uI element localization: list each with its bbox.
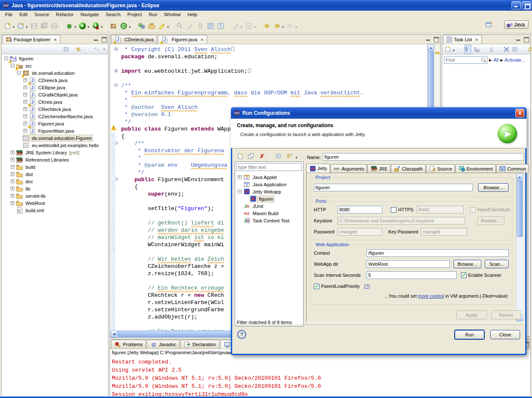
duplicate-configuration-icon[interactable] <box>246 151 256 161</box>
config-filter-input[interactable] <box>236 163 302 171</box>
expander-icon[interactable]: + <box>238 175 242 179</box>
package-explorer-tree-item[interactable]: +JCGrafikObjekt.java <box>3 91 107 98</box>
package-explorer-tree-item[interactable]: +servlet-lib <box>3 192 107 199</box>
scan-interval-input[interactable] <box>367 271 457 279</box>
expander-icon[interactable]: + <box>23 100 27 104</box>
config-tree-item[interactable]: JuJUnit <box>236 202 302 210</box>
mark-dropdown[interactable]: ▾ <box>167 25 169 29</box>
close-icon[interactable]: ✕ <box>54 37 57 42</box>
key-password-input[interactable] <box>421 228 467 236</box>
hide-completed-icon[interactable] <box>504 45 509 54</box>
expander-icon[interactable]: + <box>23 93 27 97</box>
open-type-icon[interactable] <box>137 21 146 31</box>
close-button[interactable]: Close <box>490 330 520 339</box>
run-button[interactable]: Run <box>455 330 484 339</box>
print-icon[interactable] <box>50 21 59 31</box>
jar-icon[interactable] <box>196 21 205 31</box>
package-explorer-tree-item[interactable]: −Jfiguren <box>3 55 107 62</box>
config-tree-item[interactable]: +JJava Applet <box>236 173 302 181</box>
show-whitespace-icon[interactable]: ¶ <box>216 21 225 31</box>
debug-icon[interactable] <box>65 21 74 31</box>
expander-icon[interactable]: + <box>23 107 27 111</box>
menu-file[interactable]: File <box>2 11 16 18</box>
tab-jetty[interactable]: Jetty <box>306 164 330 173</box>
delete-configuration-icon[interactable]: ✗ <box>257 151 267 161</box>
package-explorer-tree-item[interactable]: +JCEllipse.java <box>3 84 107 91</box>
package-explorer-tree-item[interactable]: +JFigurenMain.java <box>3 127 107 134</box>
expander-icon[interactable]: + <box>23 122 27 125</box>
close-icon[interactable]: ✕ <box>200 37 204 42</box>
console-output[interactable]: Restart completed.Using servlet API 2.5M… <box>112 358 529 396</box>
filter-dropdown[interactable]: ▾ <box>296 156 297 159</box>
goto-annotation-icon[interactable] <box>244 21 253 31</box>
view-menu-icon[interactable]: ▿ <box>103 47 105 51</box>
parent-load-help-link[interactable]: (?) <box>364 284 370 289</box>
find-scope-all[interactable]: All <box>493 57 498 63</box>
expander-icon[interactable]: − <box>4 57 8 60</box>
expander-icon[interactable]: + <box>11 179 14 183</box>
menu-navigate[interactable]: Navigate <box>77 11 102 18</box>
menu-source[interactable]: Source <box>31 11 53 18</box>
minimize-view-icon[interactable] <box>94 37 99 41</box>
search-icon[interactable] <box>175 21 185 31</box>
expander-icon[interactable]: − <box>238 190 242 193</box>
new-task-icon[interactable] <box>444 45 451 54</box>
menu-edit[interactable]: Edit <box>16 11 31 18</box>
package-explorer-tree-item[interactable]: de.svenali.education.Figuren <box>3 134 107 142</box>
console-tab-problems[interactable]: Problems <box>111 340 146 349</box>
last-edit-location-icon[interactable] <box>231 21 240 31</box>
all-arrow-icon[interactable]: ▶ <box>489 58 492 62</box>
new-class-dropdown[interactable]: ▾ <box>129 25 131 29</box>
fold-expand-icon[interactable]: ⊕ <box>114 68 119 73</box>
package-explorer-tree-item[interactable]: +JCRechteck.java <box>3 105 107 113</box>
config-tree-item[interactable]: JJava Application <box>236 181 302 188</box>
console-tab-javadoc[interactable]: @Javadoc <box>147 340 179 349</box>
menu-project[interactable]: Project <box>124 11 145 18</box>
back-history-star-icon[interactable] <box>262 21 271 31</box>
password-input[interactable] <box>338 228 382 236</box>
maximize-editor-icon[interactable] <box>433 37 438 41</box>
https-port-input[interactable] <box>417 206 464 213</box>
menu-run[interactable]: Run <box>145 11 161 18</box>
annotate-icon[interactable] <box>185 21 195 31</box>
new-class-icon[interactable]: C <box>119 21 128 31</box>
scroll-up-icon[interactable]: ▲ <box>516 173 523 180</box>
project-input[interactable] <box>314 184 473 191</box>
scheduled-mode-icon[interactable] <box>474 45 480 54</box>
keystore-input[interactable] <box>338 217 465 225</box>
menu-window[interactable]: Window <box>161 11 184 18</box>
new-configuration-icon[interactable] <box>235 151 245 161</box>
tab-source[interactable]: Source <box>426 164 455 173</box>
dialog-content-scrollbar[interactable]: ▲ ▼ <box>516 173 523 321</box>
config-tree-item[interactable]: m2Maven Build <box>236 210 302 217</box>
forward-icon[interactable] <box>285 21 295 31</box>
expander-icon[interactable]: + <box>23 85 27 89</box>
package-explorer-tree-item[interactable]: +JFiguren.java <box>3 120 107 127</box>
run-dropdown[interactable]: ▾ <box>88 25 89 29</box>
open-resource-icon[interactable] <box>147 21 156 31</box>
expander-icon[interactable]: + <box>11 158 14 162</box>
run-icon[interactable] <box>78 21 87 31</box>
minimize-editor-icon[interactable] <box>426 37 431 41</box>
scroll-left-icon[interactable]: ◀ <box>111 330 117 338</box>
new-java-element-icon[interactable] <box>16 21 26 31</box>
package-explorer-tree-item[interactable]: +Referenced Libraries <box>3 156 107 163</box>
needclientauth-checkbox[interactable] <box>470 207 476 213</box>
expander-icon[interactable]: + <box>11 151 14 154</box>
package-explorer-tree-item[interactable]: +JCZeichenoberflaeche.java <box>3 113 107 120</box>
dialog-close-button[interactable]: X <box>515 109 524 117</box>
new-java-dropdown[interactable]: ▾ <box>26 25 28 29</box>
back-icon[interactable] <box>272 21 282 31</box>
mark-occurrences-icon[interactable] <box>157 21 167 31</box>
expander-icon[interactable]: − <box>11 64 14 68</box>
java-perspective-button[interactable]: J Java <box>504 20 529 29</box>
http-port-input[interactable] <box>338 206 382 213</box>
webapp-browse-button[interactable]: Browse... <box>453 260 481 268</box>
context-input[interactable] <box>367 249 509 257</box>
expander-icon[interactable]: + <box>11 165 14 169</box>
package-explorer-tree-item[interactable]: +dist <box>3 171 107 178</box>
expander-icon[interactable]: + <box>11 172 14 176</box>
name-input[interactable] <box>323 153 524 161</box>
tab-common[interactable]: Common <box>496 164 529 173</box>
config-tree-item[interactable]: −Jetty Webapp <box>236 188 302 195</box>
